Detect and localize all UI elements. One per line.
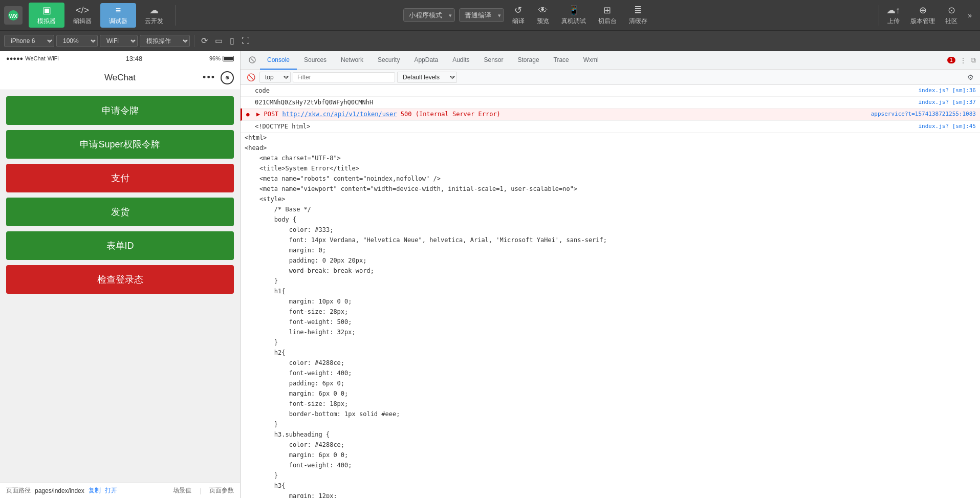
compile-dropdown[interactable]: 普通编译 — [459, 8, 504, 22]
upload-button[interactable]: ☁↑ 上传 — [882, 3, 904, 28]
copy-link[interactable]: 复制 — [89, 486, 101, 495]
code-line: padding: 6px 0; — [245, 378, 976, 388]
separator-2 — [879, 5, 879, 26]
editor-icon: </> — [76, 5, 89, 16]
context-dropdown-wrapper[interactable]: top — [259, 72, 291, 83]
cloud-button[interactable]: ☁ 云开发 — [136, 3, 172, 28]
network-tab-label: Network — [341, 56, 363, 63]
community-icon: ⊙ — [948, 5, 955, 16]
tab-appdata[interactable]: AppData — [407, 51, 445, 70]
app-logo: wx — [4, 6, 23, 25]
network-dropdown-wrapper[interactable]: WiFi — [100, 35, 138, 47]
apply-super-token-button[interactable]: 申请Super权限令牌 — [6, 130, 234, 159]
console-line: code index.js? [sm]:36 — [241, 85, 980, 97]
code-line: h2{ — [245, 348, 976, 358]
portrait-icon[interactable]: ▭ — [212, 35, 225, 47]
tab-trace[interactable]: Trace — [547, 51, 576, 70]
check-login-button[interactable]: 检查登录态 — [6, 265, 234, 294]
appdata-tab-label: AppData — [414, 56, 438, 63]
network-select[interactable]: WiFi — [100, 35, 138, 47]
code-line: margin: 6px 0 0; — [245, 450, 976, 460]
tab-network[interactable]: Network — [334, 51, 371, 70]
device-select[interactable]: iPhone 6 — [4, 35, 54, 47]
line-source[interactable]: index.js? [sm]:37 — [894, 98, 976, 107]
error-icon: ● — [246, 110, 254, 119]
editor-button[interactable]: </> 编辑器 — [64, 3, 100, 28]
upload-icon: ☁↑ — [886, 5, 900, 16]
more-button[interactable]: » — [964, 9, 976, 21]
mode-dropdown[interactable]: 小程序模式 — [403, 8, 455, 22]
tab-storage[interactable]: Storage — [511, 51, 547, 70]
line-text: <!DOCTYPE html> — [255, 122, 894, 131]
open-link[interactable]: 打开 — [105, 486, 117, 495]
line-source[interactable]: index.js? [sm]:45 — [894, 122, 976, 131]
action-select[interactable]: 模拟操作 — [140, 35, 190, 47]
tab-clear[interactable] — [245, 51, 260, 70]
battery-icon — [223, 56, 234, 61]
tab-security[interactable]: Security — [371, 51, 407, 70]
simulator-button[interactable]: ▣ 模拟器 — [29, 3, 64, 28]
mode-dropdown-wrapper[interactable]: 小程序模式 — [403, 8, 455, 22]
deliver-button[interactable]: 发货 — [6, 198, 234, 226]
signal-icon: ●●●●● — [6, 55, 23, 61]
apply-token-button[interactable]: 申请令牌 — [6, 96, 234, 125]
compile-dropdown-wrapper[interactable]: 普通编译 — [459, 8, 504, 22]
separator-1 — [175, 5, 176, 26]
community-button[interactable]: ⊙ 社区 — [941, 3, 962, 28]
real-test-button[interactable]: 📱 真机调试 — [557, 3, 590, 28]
form-id-button[interactable]: 表单ID — [6, 231, 234, 260]
pay-button[interactable]: 支付 — [6, 164, 234, 192]
rotate-left-icon[interactable]: ⟳ — [199, 35, 210, 47]
scale-dropdown-wrapper[interactable]: 100% — [56, 35, 98, 47]
console-line: <!DOCTYPE html> index.js? [sm]:45 — [241, 121, 980, 133]
tab-sensor[interactable]: Sensor — [477, 51, 511, 70]
code-line: <html> — [245, 133, 976, 143]
settings-icon[interactable]: ⚙ — [965, 72, 976, 82]
fullscreen-icon[interactable]: ⛶ — [239, 35, 252, 47]
nav-more-icon[interactable]: ••• — [203, 72, 215, 83]
scale-select[interactable]: 100% — [56, 35, 98, 47]
code-block: <html> <head> <meta charset="UTF-8"> <ti… — [241, 133, 980, 498]
sources-tab-label: Sources — [304, 56, 326, 63]
code-line: <meta name="robots" content="noindex,nof… — [245, 174, 976, 184]
toolbar-center: 小程序模式 普通编译 ↺ 编译 👁 预览 📱 真机调试 ⊞ 切后台 ≣ 清缓存 — [179, 3, 876, 28]
tab-sources[interactable]: Sources — [297, 51, 334, 70]
landscape-icon[interactable]: ▯ — [227, 35, 237, 47]
filter-input[interactable] — [293, 72, 395, 82]
wxml-tab-label: Wxml — [583, 56, 599, 63]
wechat-nav: WeChat ••• ⊕ — [0, 66, 240, 90]
error-source[interactable]: appservice?t=1574138721255:1083 — [871, 110, 976, 119]
tab-console[interactable]: Console — [260, 51, 297, 70]
line-source[interactable]: index.js? [sm]:36 — [894, 86, 976, 95]
simulator-icon: ▣ — [42, 5, 51, 16]
preview-button[interactable]: 👁 预览 — [533, 3, 553, 28]
action-dropdown-wrapper[interactable]: 模拟操作 — [140, 35, 190, 47]
cut-back-button[interactable]: ⊞ 切后台 — [594, 3, 621, 28]
code-line: color: #4288ce; — [245, 358, 976, 368]
more-options-icon[interactable]: ⋮ — [960, 56, 967, 64]
levels-select[interactable]: Default levels — [397, 72, 457, 83]
code-line: <head> — [245, 143, 976, 153]
compile-button[interactable]: ↺ 编译 — [508, 3, 529, 28]
error-url[interactable]: http://xkw.cn/api/v1/token/user — [282, 111, 397, 118]
phone-footer: 页面路径 pages/index/index 复制 打开 场景值 | 页面参数 — [0, 483, 240, 498]
cloud-icon: ☁ — [149, 5, 159, 16]
devtools-toolbar: 🚫 top Default levels ⚙ — [241, 70, 980, 85]
tab-audits[interactable]: Audits — [445, 51, 476, 70]
debugger-button[interactable]: ≡ 调试器 — [100, 3, 136, 28]
levels-dropdown-wrapper[interactable]: Default levels — [397, 72, 457, 83]
refresh-icon: ↺ — [514, 5, 522, 16]
editor-label: 编辑器 — [73, 17, 92, 26]
nav-circle-icon[interactable]: ⊕ — [221, 71, 234, 84]
undock-icon[interactable]: ⧉ — [971, 56, 976, 64]
device-dropdown-wrapper[interactable]: iPhone 6 — [4, 35, 54, 47]
tab-wxml[interactable]: Wxml — [576, 51, 606, 70]
version-button[interactable]: ⊕ 版本管理 — [906, 3, 939, 28]
clear-console-icon[interactable]: 🚫 — [245, 72, 257, 82]
error-badge: 1 — [947, 57, 955, 63]
footer-path: pages/index/index — [35, 487, 84, 494]
context-select[interactable]: top — [259, 72, 291, 83]
clear-cache-icon: ≣ — [634, 5, 642, 16]
clear-cache-button[interactable]: ≣ 清缓存 — [625, 3, 651, 28]
code-line: padding: 0 20px 20px; — [245, 255, 976, 266]
